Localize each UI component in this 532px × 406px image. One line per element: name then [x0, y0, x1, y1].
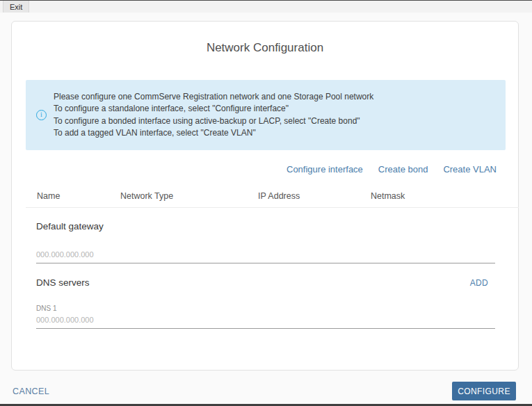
column-header-name: Name [37, 191, 60, 201]
create-vlan-link[interactable]: Create VLAN [443, 164, 497, 174]
info-line: Please configure one CommServe Registrat… [54, 91, 373, 104]
default-gateway-input[interactable] [36, 245, 495, 263]
info-banner: i Please configure one CommServe Registr… [26, 80, 506, 150]
dns1-input[interactable] [36, 311, 495, 329]
tab-bar: Exit [0, 1, 532, 13]
info-icon: i [36, 110, 47, 120]
column-header-netmask: Netmask [371, 191, 405, 201]
exit-tab[interactable]: Exit [3, 1, 29, 13]
info-text: Please configure one CommServe Registrat… [54, 91, 373, 140]
info-line: To configure a bonded interface using ac… [54, 115, 373, 128]
column-header-network-type: Network Type [120, 191, 173, 201]
interfaces-table-header: Name Network Type IP Address Netmask [12, 191, 518, 202]
cancel-button[interactable]: CANCEL [13, 387, 49, 396]
column-header-ip-address: IP Address [258, 191, 300, 201]
configure-button[interactable]: CONFIGURE [452, 382, 516, 400]
create-bond-link[interactable]: Create bond [378, 164, 428, 174]
configure-interface-link[interactable]: Configure interface [287, 164, 363, 174]
info-line: To configure a standalone interface, sel… [54, 103, 373, 115]
dns-servers-label: DNS servers [36, 277, 90, 288]
default-gateway-label: Default gateway [36, 221, 104, 232]
info-line: To add a tagged VLAN interface, select "… [54, 127, 373, 140]
interface-actions: Configure interface Create bond Create V… [287, 164, 497, 174]
network-configuration-dialog: Network Configuration i Please configure… [11, 21, 519, 371]
exit-tab-label: Exit [10, 3, 22, 11]
dialog-title: Network Configuration [12, 41, 518, 55]
add-dns-button[interactable]: ADD [470, 278, 488, 288]
table-divider [26, 207, 519, 208]
